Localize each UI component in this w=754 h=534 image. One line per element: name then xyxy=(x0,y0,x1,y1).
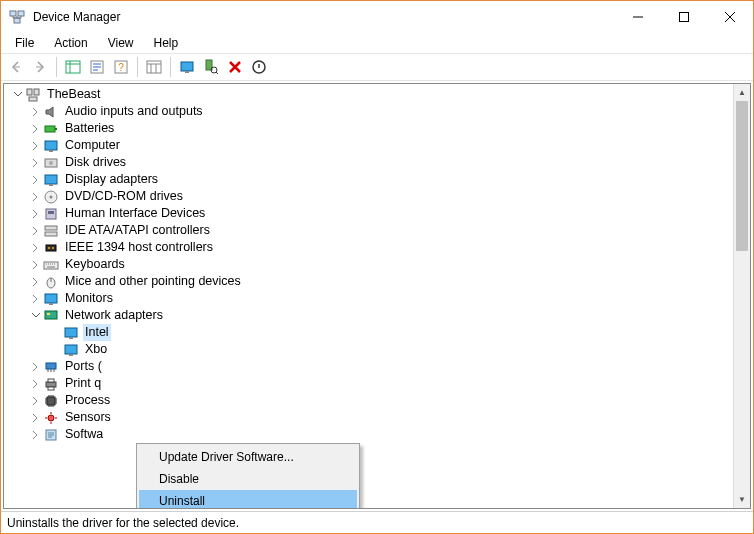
storage-icon xyxy=(43,223,59,239)
tree-root[interactable]: TheBeast xyxy=(8,86,733,103)
tree-category[interactable]: Monitors xyxy=(8,290,733,307)
svg-rect-48 xyxy=(47,397,55,405)
menu-file[interactable]: File xyxy=(7,34,42,52)
expand-icon[interactable] xyxy=(28,428,42,442)
category-label: Sensors xyxy=(63,409,113,426)
expand-icon[interactable] xyxy=(28,224,42,238)
category-label: Print q xyxy=(63,375,103,392)
tree-category[interactable]: IEEE 1394 host controllers xyxy=(8,239,733,256)
menu-help[interactable]: Help xyxy=(146,34,187,52)
chip-icon xyxy=(43,393,59,409)
svg-rect-38 xyxy=(45,311,57,319)
svg-rect-2 xyxy=(14,18,20,23)
tree-category[interactable]: Disk drives xyxy=(8,154,733,171)
tree-category[interactable]: Network adapters xyxy=(8,307,733,324)
tree-category[interactable]: Batteries xyxy=(8,120,733,137)
device-tree[interactable]: TheBeast Audio inputs and outputsBatteri… xyxy=(4,84,733,508)
audio-icon xyxy=(43,104,59,120)
svg-point-22 xyxy=(49,161,53,165)
tree-category[interactable]: Human Interface Devices xyxy=(8,205,733,222)
expand-icon[interactable] xyxy=(28,275,42,289)
expand-icon[interactable] xyxy=(28,411,42,425)
svg-rect-24 xyxy=(49,184,53,186)
content-area: TheBeast Audio inputs and outputsBatteri… xyxy=(3,83,751,509)
expand-icon[interactable] xyxy=(28,394,42,408)
collapse-icon[interactable] xyxy=(28,309,42,323)
tree-category[interactable]: Computer xyxy=(8,137,733,154)
category-label: Audio inputs and outputs xyxy=(63,103,205,120)
svg-rect-3 xyxy=(680,13,689,22)
menu-action[interactable]: Action xyxy=(46,34,95,52)
scan-hardware-button[interactable] xyxy=(200,56,222,78)
svg-rect-28 xyxy=(48,211,54,214)
monitor-icon xyxy=(43,172,59,188)
expand-icon[interactable] xyxy=(28,241,42,255)
tree-category[interactable]: IDE ATA/ATAPI controllers xyxy=(8,222,733,239)
svg-rect-39 xyxy=(47,313,50,315)
expand-icon[interactable] xyxy=(28,292,42,306)
scroll-up-button[interactable]: ▲ xyxy=(734,84,750,101)
update-driver-button[interactable] xyxy=(176,56,198,78)
tree-category[interactable]: Sensors xyxy=(8,409,733,426)
expand-icon[interactable] xyxy=(28,173,42,187)
tree-category[interactable]: Ports ( xyxy=(8,358,733,375)
disable-button[interactable] xyxy=(248,56,270,78)
network-icon xyxy=(43,308,59,324)
menu-view[interactable]: View xyxy=(100,34,142,52)
svg-rect-41 xyxy=(69,337,73,339)
uninstall-button[interactable] xyxy=(224,56,246,78)
tree-category[interactable]: Softwa xyxy=(8,426,733,443)
cm-disable[interactable]: Disable xyxy=(139,468,357,490)
view-button[interactable] xyxy=(143,56,165,78)
svg-rect-30 xyxy=(45,232,57,236)
category-label: Human Interface Devices xyxy=(63,205,207,222)
svg-rect-29 xyxy=(45,226,57,230)
expand-icon[interactable] xyxy=(28,377,42,391)
cm-update-driver[interactable]: Update Driver Software... xyxy=(139,446,357,468)
root-label: TheBeast xyxy=(45,86,103,103)
battery-icon xyxy=(43,121,59,137)
show-hide-tree-button[interactable] xyxy=(62,56,84,78)
close-button[interactable] xyxy=(707,1,753,33)
properties-button[interactable] xyxy=(86,56,108,78)
tree-category[interactable]: Display adapters xyxy=(8,171,733,188)
tree-device[interactable]: Xbo xyxy=(8,341,733,358)
context-menu: Update Driver Software... Disable Uninst… xyxy=(136,443,360,509)
svg-rect-18 xyxy=(55,128,57,130)
svg-rect-34 xyxy=(44,262,58,269)
svg-rect-19 xyxy=(45,141,57,150)
tree-category[interactable]: DVD/CD-ROM drives xyxy=(8,188,733,205)
scroll-thumb[interactable] xyxy=(736,101,748,251)
expand-icon[interactable] xyxy=(28,105,42,119)
tree-category[interactable]: Process xyxy=(8,392,733,409)
maximize-button[interactable] xyxy=(661,1,707,33)
cm-uninstall[interactable]: Uninstall xyxy=(139,490,357,509)
expand-icon[interactable] xyxy=(28,122,42,136)
vertical-scrollbar[interactable]: ▲ ▼ xyxy=(733,84,750,508)
tree-category[interactable]: Keyboards xyxy=(8,256,733,273)
minimize-button[interactable] xyxy=(615,1,661,33)
app-icon xyxy=(9,9,25,25)
help-button[interactable]: ? xyxy=(110,56,132,78)
tree-category[interactable]: Mice and other pointing devices xyxy=(8,273,733,290)
expand-icon[interactable] xyxy=(28,156,42,170)
category-label: Display adapters xyxy=(63,171,160,188)
svg-rect-10 xyxy=(185,71,189,73)
expand-icon[interactable] xyxy=(28,258,42,272)
svg-point-49 xyxy=(48,415,54,421)
expand-icon[interactable] xyxy=(28,207,42,221)
expand-icon[interactable] xyxy=(28,139,42,153)
sensor-icon xyxy=(43,410,59,426)
tree-category[interactable]: Audio inputs and outputs xyxy=(8,103,733,120)
expand-icon[interactable] xyxy=(28,190,42,204)
menubar: File Action View Help xyxy=(1,33,753,53)
svg-rect-14 xyxy=(27,89,32,95)
statusbar: Uninstalls the driver for the selected d… xyxy=(1,511,753,533)
category-label: DVD/CD-ROM drives xyxy=(63,188,185,205)
hdd-icon xyxy=(43,155,59,171)
tree-category[interactable]: Print q xyxy=(8,375,733,392)
tree-device[interactable]: Intel xyxy=(8,324,733,341)
expand-icon[interactable] xyxy=(28,360,42,374)
scroll-down-button[interactable]: ▼ xyxy=(734,491,750,508)
collapse-icon[interactable] xyxy=(10,88,24,102)
